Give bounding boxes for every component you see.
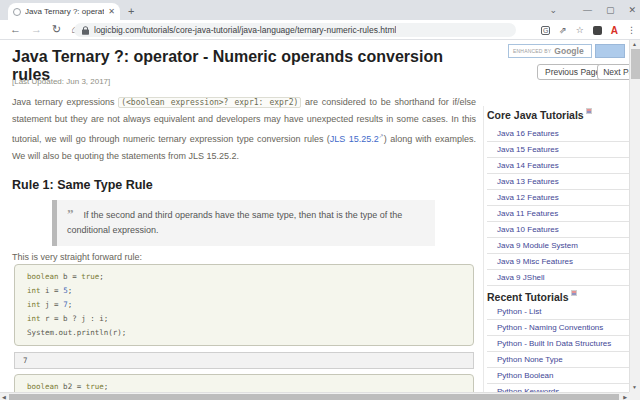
maximize-icon[interactable]: ▢ — [606, 6, 615, 15]
quote-text: If the second and third operands have th… — [67, 210, 402, 235]
quote-mark-icon: ” — [67, 206, 74, 221]
heading-anchor-icon — [586, 108, 592, 114]
sidebar-link[interactable]: Java 11 Features — [487, 206, 629, 222]
minimize-icon[interactable]: — — [583, 6, 592, 15]
browser-tab[interactable]: Java Ternary ?: operator - Numeri ✕ — [8, 3, 120, 20]
sidebar-link[interactable]: Java 15 Features — [487, 142, 629, 158]
heading-anchor-icon — [571, 290, 577, 296]
rule1-heading: Rule 1: Same Type Rule — [12, 178, 153, 192]
sidebar-link[interactable]: Python - Naming Conventions — [487, 320, 629, 336]
reload-icon[interactable]: ↻ — [52, 24, 61, 35]
site-favicon-icon — [13, 8, 21, 16]
sidebar-divider — [483, 106, 484, 400]
window-close-icon[interactable]: ✕ — [628, 6, 636, 15]
sidebar-link[interactable]: Java 9 JShell — [487, 270, 629, 286]
sidebar-link[interactable]: Java 10 Features — [487, 222, 629, 238]
scroll-down-icon[interactable]: ▼ — [632, 385, 637, 390]
window-controls: ⌄ — ▢ ✕ — [549, 0, 636, 20]
browser-window: Java Ternary ?: operator - Numeri ✕ + ⌄ … — [0, 0, 640, 400]
scrollbar-corner — [629, 392, 640, 400]
back-icon[interactable]: ← — [10, 24, 21, 35]
search-watermark: ENHANCED BY — [513, 48, 551, 54]
core-java-list: Java 16 FeaturesJava 15 FeaturesJava 14 … — [487, 126, 629, 286]
extension-icon[interactable] — [593, 26, 602, 35]
scroll-up-icon[interactable]: ▲ — [632, 42, 637, 47]
intro-paragraph: Java ternary expressions (<boolean expre… — [12, 94, 476, 165]
share-icon[interactable]: ⇗ — [559, 26, 567, 35]
vertical-scroll-thumb[interactable] — [631, 49, 640, 79]
core-java-heading: Core Java Tutorials — [487, 108, 592, 121]
lock-icon — [82, 26, 89, 35]
last-updated: [Last Updated: Jun 3, 2017] — [12, 77, 110, 86]
sidebar-link[interactable]: Python Boolean — [487, 368, 629, 384]
tab-strip: Java Ternary ?: operator - Numeri ✕ + ⌄ … — [0, 0, 640, 20]
jls-blockquote: ”If the second and third operands have t… — [52, 200, 435, 246]
sidebar-link[interactable]: Java 12 Features — [487, 190, 629, 206]
scroll-right-icon[interactable]: ▶ — [623, 395, 627, 400]
horizontal-scroll-thumb[interactable] — [9, 394, 619, 400]
sidebar-link[interactable]: Java 14 Features — [487, 158, 629, 174]
tab-close-icon[interactable]: ✕ — [108, 8, 115, 16]
url-text: logicbig.com/tutorials/core-java-tutoria… — [94, 25, 396, 35]
bookmark-star-icon[interactable]: ☆ — [576, 26, 584, 35]
sidebar-link[interactable]: Python None Type — [487, 352, 629, 368]
sidebar-link[interactable]: Java 9 Module System — [487, 238, 629, 254]
address-bar[interactable]: logicbig.com/tutorials/core-java-tutoria… — [74, 23, 516, 37]
sidebar-link[interactable]: Python - List — [487, 304, 629, 320]
red-extension-icon[interactable]: A — [611, 25, 618, 36]
menu-kebab-icon[interactable]: ⋮ — [627, 26, 636, 35]
scroll-left-icon[interactable]: ◀ — [2, 395, 6, 400]
vertical-scrollbar[interactable]: ▲ ▼ — [629, 40, 640, 392]
tab-title: Java Ternary ?: operator - Numeri — [25, 7, 104, 16]
recent-tutorials-heading: Recent Tutorials — [487, 290, 577, 303]
sidebar-link[interactable]: Java 16 Features — [487, 126, 629, 142]
recent-tutorials-list: Python - ListPython - Naming Conventions… — [487, 304, 629, 400]
sidebar-link[interactable]: Java 13 Features — [487, 174, 629, 190]
search-input[interactable]: ENHANCED BY Google — [508, 44, 592, 58]
lead-text: This is very straight forward rule: — [12, 252, 142, 262]
horizontal-scrollbar[interactable]: ◀ ▶ — [0, 392, 629, 400]
code-block-1: boolean b = true;int i = 5;int j = 7;int… — [14, 264, 474, 346]
output-block: 7 — [14, 352, 474, 369]
sidebar-link[interactable]: Java 9 Misc Features — [487, 254, 629, 270]
new-tab-button[interactable]: + — [128, 3, 134, 20]
search-button[interactable] — [595, 44, 625, 58]
tab-search-icon[interactable]: ⌄ — [549, 6, 557, 15]
translate-icon[interactable]: G — [541, 26, 550, 35]
sidebar-link[interactable]: Python - Built In Data Structures — [487, 336, 629, 352]
toolbar-extensions: G ⇗ ☆ A ⋮ — [541, 20, 636, 40]
forward-icon[interactable]: → — [31, 24, 42, 35]
google-brand: Google — [554, 46, 583, 56]
page-content: Java Ternary ?: operator - Numeric opera… — [0, 40, 640, 400]
browser-toolbar: ← → ↻ ⌂ logicbig.com/tutorials/core-java… — [0, 20, 640, 40]
